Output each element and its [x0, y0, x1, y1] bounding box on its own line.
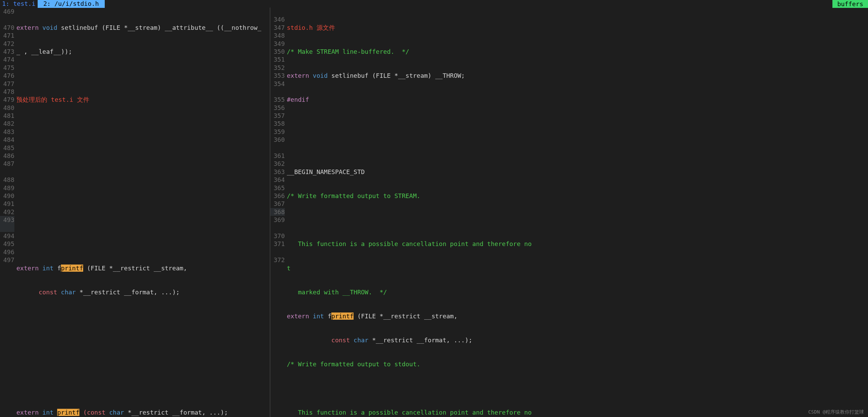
code-line: extern int fprintf (FILE *__restrict __s… — [287, 312, 868, 320]
code-line: /* Make STREAM line-buffered. */ — [287, 48, 868, 56]
code-line — [16, 168, 270, 176]
annotation-left: 预处理后的 test.i 文件 — [16, 96, 270, 103]
tab-bar: 1: test.i 2: /u/i/stdio.h buffers — [0, 0, 868, 8]
code-line: const char *__restrict __format, ...); — [16, 288, 270, 296]
code-line — [287, 384, 868, 392]
code-line: #endif — [287, 96, 868, 103]
code-line — [16, 336, 270, 344]
code-line: extern int fprintf (FILE *__restrict __s… — [16, 264, 270, 272]
right-pane[interactable]: 346 347 348 349 350 351 352 353 354 355 … — [270, 8, 868, 417]
code-line: This function is a possible cancellation… — [287, 408, 868, 416]
code-line — [16, 312, 270, 320]
code-line: t — [287, 264, 868, 272]
code-line — [16, 192, 270, 200]
code-line — [287, 144, 868, 152]
code-line — [16, 120, 270, 127]
code-line — [287, 216, 868, 224]
left-code[interactable]: extern void setlinebuf (FILE *__stream) … — [16, 8, 270, 417]
code-line — [16, 216, 270, 224]
code-line — [16, 240, 270, 248]
code-line — [16, 384, 270, 392]
code-line: __BEGIN_NAMESPACE_STD — [287, 168, 868, 176]
code-line: marked with __THROW. */ — [287, 288, 868, 296]
code-line: _ , __leaf__)); — [16, 48, 270, 56]
code-line: extern void setlinebuf (FILE *__stream) … — [16, 24, 270, 32]
tab-test-i[interactable]: 1: test.i — [0, 0, 38, 8]
annotation-right: stdio.h 源文件 — [287, 24, 868, 32]
right-gutter: 346 347 348 349 350 351 352 353 354 355 … — [270, 8, 287, 417]
code-line: extern void setlinebuf (FILE *__stream) … — [287, 72, 868, 79]
watermark: CSDN @程序猿教你打篮球 — [808, 409, 864, 415]
code-line: extern int printf (const char *__restric… — [16, 408, 270, 416]
code-line: /* Write formatted output to stdout. — [287, 360, 868, 368]
code-line — [16, 72, 270, 79]
buffers-button[interactable]: buffers — [832, 0, 868, 8]
code-line — [16, 360, 270, 368]
code-line — [287, 120, 868, 127]
right-code[interactable]: stdio.h 源文件 /* Make STREAM line-buffered… — [287, 8, 868, 417]
left-pane[interactable]: 469 470 471 472 473 474 475 476 477 478 … — [0, 8, 270, 417]
tab-stdio-h[interactable]: 2: /u/i/stdio.h — [38, 0, 105, 8]
code-line: /* Write formatted output to STREAM. — [287, 192, 868, 200]
code-line — [16, 144, 270, 152]
code-line: This function is a possible cancellation… — [287, 240, 868, 248]
code-line: const char *__restrict __format, ...); — [287, 336, 868, 344]
split-view: 469 470 471 472 473 474 475 476 477 478 … — [0, 8, 868, 417]
left-gutter: 469 470 471 472 473 474 475 476 477 478 … — [0, 8, 16, 417]
